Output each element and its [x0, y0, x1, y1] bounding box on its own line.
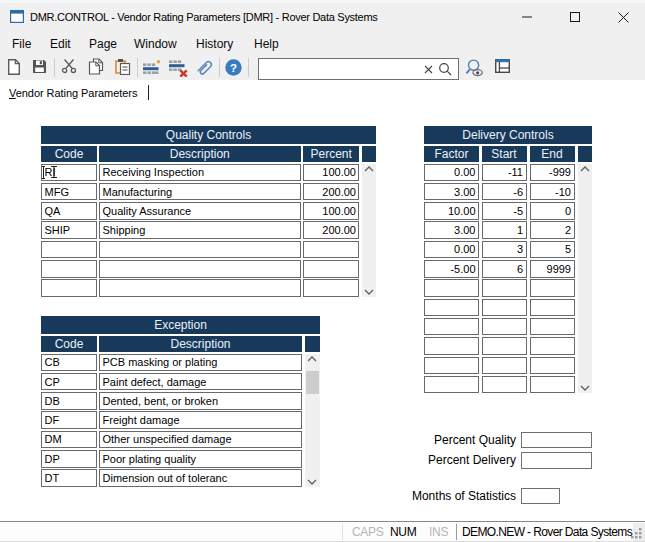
svg-text:?: ?: [230, 62, 237, 74]
